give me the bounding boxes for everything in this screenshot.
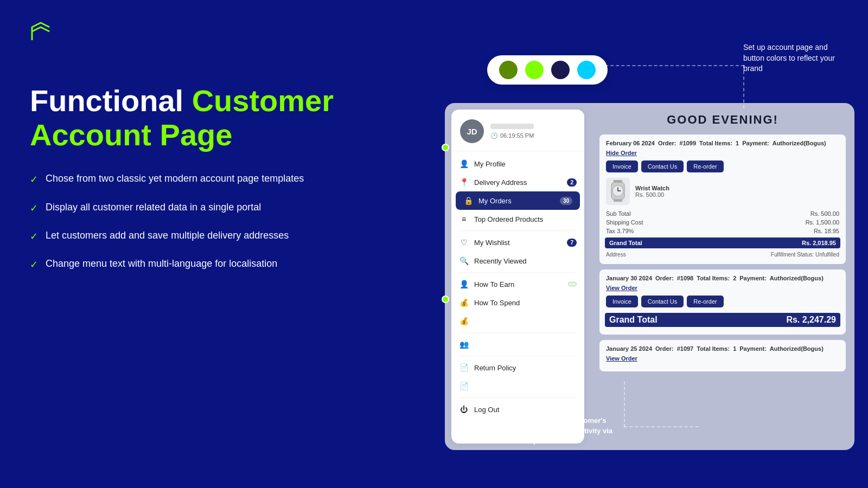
spend-icon: 💰 xyxy=(459,317,469,325)
wishlist-badge: 7 xyxy=(567,239,577,247)
order-actions-2: Invoice Contact Us Re-order xyxy=(606,296,839,307)
headline: Functional Customer Account Page xyxy=(30,84,344,152)
features-list: ✓Chose from two classic yet modern accou… xyxy=(30,171,344,271)
light-green-swatch[interactable] xyxy=(525,61,544,79)
my-orders-badge: 30 xyxy=(560,197,572,205)
orders-icon: 🔒 xyxy=(463,196,473,205)
user-info: 🕐 06:19:55 PM xyxy=(490,124,576,139)
divider-2 xyxy=(459,272,577,273)
order-date-2: January 30 2024 xyxy=(606,275,652,281)
sidebar-label-recently-viewed: Recently Viewed xyxy=(474,257,527,265)
sidebar-item-my-orders[interactable]: 🔒 My Orders 30 xyxy=(456,191,580,210)
order-header-1: February 06 2024 Order: #1099 Total Item… xyxy=(606,140,839,156)
order-date-3: January 25 2024 xyxy=(606,345,652,352)
payment-label-2: Payment: xyxy=(739,275,767,281)
user-time: 🕐 06:19:55 PM xyxy=(490,132,576,139)
fulfillment-value: Unfulfilled xyxy=(815,252,839,258)
order-num-1: #1099 xyxy=(680,140,697,146)
feature-item-4: ✓Change menu text with multi-language fo… xyxy=(30,256,344,272)
sidebar: JD 🕐 06:19:55 PM 👤 My Profile xyxy=(451,110,584,444)
divider-3 xyxy=(459,332,577,333)
connector-dot-top xyxy=(442,144,449,151)
check-icon-3: ✓ xyxy=(30,229,38,243)
subtotal-label: Sub Total xyxy=(606,210,631,217)
refund-icon: 📄 xyxy=(459,363,469,372)
tax-value: Rs. 18.95 xyxy=(814,228,839,234)
sidebar-label-top-ordered: Top Ordered Products xyxy=(474,215,543,223)
brand-annotation-text: Set up account page and button colors to… xyxy=(743,43,835,73)
feature-item-2: ✓Display all customer related data in a … xyxy=(30,200,344,215)
reorder-button-2[interactable]: Re-order xyxy=(687,296,723,307)
feature-item-3: ✓Let customers add and save multiple del… xyxy=(30,228,344,243)
address-fulfillment-row: Address Fulfillment Status: Unfulfilled xyxy=(606,251,839,259)
feature-text-4: Change menu text with multi-language for… xyxy=(46,256,277,271)
total-items-label-2: Total Items: xyxy=(697,275,730,281)
contact-us-button-2[interactable]: Contact Us xyxy=(641,296,684,307)
menu-list: 👤 My Profile 📍 Delivery Address 2 🔒 My O… xyxy=(451,151,584,444)
earn-icon: 💰 xyxy=(459,298,469,307)
return-icon: 📄 xyxy=(459,382,469,390)
divider-4 xyxy=(459,356,577,356)
sidebar-item-top-ordered[interactable]: ≡ Top Ordered Products xyxy=(451,210,584,228)
tax-row: Tax 3.79% Rs. 18.95 xyxy=(606,227,839,235)
product-name-1: Wrist Watch xyxy=(635,185,839,191)
sidebar-label-refund-policy: Return Policy xyxy=(474,364,516,372)
fulfillment-label: Fulfillment Status: Unfulfilled xyxy=(771,252,839,258)
product-price-1: Rs. 500.00 xyxy=(635,191,839,198)
shipping-row: Shipping Cost Rs. 1,500.00 xyxy=(606,218,839,227)
total-items-label-3: Total Items: xyxy=(697,345,730,352)
order-payment-3: Authorized(Bogus) xyxy=(770,345,824,352)
sidebar-item-refund-policy[interactable]: 📄 Return Policy xyxy=(451,358,584,377)
credits-icon: 👤 xyxy=(459,280,469,288)
cyan-swatch[interactable] xyxy=(577,61,596,79)
dark-green-swatch[interactable] xyxy=(499,61,518,79)
logo xyxy=(30,21,52,42)
sidebar-item-how-to-spend[interactable]: 💰 xyxy=(451,312,584,330)
order-card-2: January 30 2024 Order: #1098 Total Items… xyxy=(599,269,846,335)
order-date-1: February 06 2024 xyxy=(606,140,655,146)
sidebar-label-delivery-address: Delivery Address xyxy=(474,178,527,187)
sidebar-item-my-profile[interactable]: 👤 My Profile xyxy=(451,155,584,173)
grand-total-label-1: Grand Total xyxy=(609,240,642,246)
invoice-button-1[interactable]: Invoice xyxy=(606,160,638,172)
dashed-line-v-top xyxy=(743,65,744,108)
top-ordered-icon: ≡ xyxy=(459,215,469,223)
contact-us-button-1[interactable]: Contact Us xyxy=(641,160,684,172)
invoice-button-2[interactable]: Invoice xyxy=(606,296,638,307)
sidebar-item-my-credits[interactable]: 👤 How To Earn xyxy=(451,275,584,293)
address-value: Address xyxy=(606,252,626,258)
sidebar-item-delivery-address[interactable]: 📍 Delivery Address 2 xyxy=(451,173,584,191)
check-icon-1: ✓ xyxy=(30,172,38,187)
refer-icon: 👥 xyxy=(459,340,469,349)
user-name-blur xyxy=(490,124,534,129)
sidebar-item-how-to-earn[interactable]: 💰 How To Spend xyxy=(451,293,584,312)
profile-icon: 👤 xyxy=(459,159,469,168)
divider-1 xyxy=(459,230,577,231)
dark-navy-swatch[interactable] xyxy=(551,61,570,79)
sidebar-item-wishlist[interactable]: ♡ My Wishlist 7 xyxy=(451,233,584,252)
greeting: GOOD EVENING! xyxy=(599,113,846,127)
color-swatches-panel[interactable] xyxy=(487,55,608,85)
order-items-1: 1 xyxy=(736,140,739,146)
reorder-button-1[interactable]: Re-order xyxy=(687,160,723,172)
hide-order-link-1[interactable]: Hide Order xyxy=(606,150,637,156)
sidebar-label-logout: Log Out xyxy=(474,406,499,414)
order-payment-2: Authorized(Bogus) xyxy=(770,275,824,281)
feature-text-2: Display all customer related data in a s… xyxy=(46,200,261,214)
divider-5 xyxy=(459,397,577,398)
left-content: Functional Customer Account Page ✓Chose … xyxy=(30,84,344,272)
sidebar-item-return-policy[interactable]: 📄 xyxy=(451,377,584,395)
bottom-annotation-text: Easy access of customer's data and accou… xyxy=(516,416,612,444)
payment-label-1: Payment: xyxy=(742,140,769,146)
grand-total-value-2: Rs. 2,247.29 xyxy=(786,315,836,325)
headline-part1: Functional xyxy=(30,84,192,118)
view-order-link-3[interactable]: View Order xyxy=(606,355,637,362)
shipping-value: Rs. 1,500.00 xyxy=(806,219,839,226)
sidebar-item-recently-viewed[interactable]: 🔍 Recently Viewed xyxy=(451,252,584,270)
main-content: GOOD EVENING! February 06 2024 Order: #1… xyxy=(591,103,854,450)
sidebar-item-refer-friend[interactable]: 👥 xyxy=(451,335,584,354)
subtotal-value: Rs. 500.00 xyxy=(810,210,839,217)
user-time-text: 06:19:55 PM xyxy=(500,132,534,139)
tax-label: Tax 3.79% xyxy=(606,228,634,234)
view-order-link-2[interactable]: View Order xyxy=(606,285,637,291)
